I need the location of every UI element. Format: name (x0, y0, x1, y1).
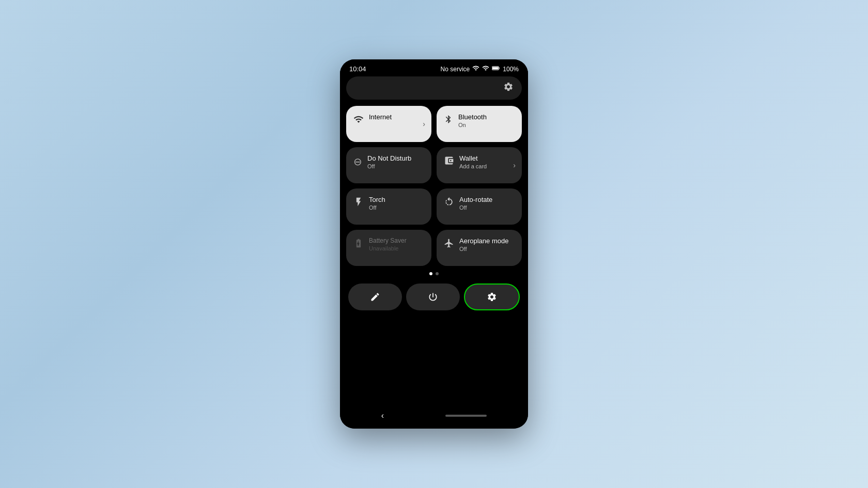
dnd-tile-text: Do Not Disturb Off (367, 154, 411, 169)
page-dot-2[interactable] (436, 272, 439, 275)
tile-battery-saver[interactable]: Battery Saver Unavailable (346, 230, 431, 266)
tile-bluetooth[interactable]: Bluetooth On (437, 106, 522, 142)
battery-saver-tile-text: Battery Saver Unavailable (369, 237, 407, 251)
settings-button[interactable] (464, 284, 520, 310)
wallet-arrow-icon: › (513, 161, 516, 169)
internet-arrow-icon: › (423, 120, 425, 128)
plane-tile-icon (444, 238, 454, 251)
wallet-tile-icon (444, 155, 454, 168)
wallet-tile-text: Wallet Add a card (459, 154, 487, 169)
dnd-subtitle: Off (367, 163, 411, 169)
svg-rect-1 (499, 67, 500, 69)
search-bar[interactable] (346, 76, 522, 100)
page-dots (346, 272, 522, 275)
tile-auto-rotate[interactable]: Auto-rotate Off (437, 188, 522, 225)
phone-frame: 10:04 No service 100% (340, 59, 528, 429)
dnd-tile-icon: ⊖ (353, 155, 362, 168)
torch-subtitle: Off (369, 204, 385, 211)
page-dot-1[interactable] (429, 272, 432, 275)
status-bar: 10:04 No service 100% (340, 59, 528, 76)
settings-gear-icon[interactable] (503, 82, 514, 95)
battery-saver-subtitle: Unavailable (369, 245, 407, 251)
signal-label: No service (441, 66, 470, 73)
internet-title: Internet (369, 113, 392, 121)
nav-bar: ‹ (340, 407, 528, 429)
auto-rotate-tile-text: Auto-rotate Off (459, 196, 492, 211)
wifi-icon (482, 65, 489, 73)
tile-wallet[interactable]: Wallet Add a card › (437, 147, 522, 183)
bluetooth-title: Bluetooth (458, 113, 487, 121)
aeroplane-subtitle: Off (459, 246, 508, 252)
torch-title: Torch (369, 196, 385, 203)
aeroplane-tile-text: Aeroplane mode Off (459, 237, 508, 252)
status-right: No service 100% (441, 65, 519, 73)
tile-aeroplane-mode[interactable]: Aeroplane mode Off (437, 230, 522, 266)
aeroplane-title: Aeroplane mode (459, 237, 508, 245)
power-button[interactable] (406, 284, 460, 310)
tiles-grid: Internet › Bluetooth On ⊖ Do Not Disturb (346, 106, 522, 266)
edit-button[interactable] (348, 284, 402, 310)
tile-do-not-disturb[interactable]: ⊖ Do Not Disturb Off (346, 147, 431, 183)
torch-tile-icon (353, 197, 364, 210)
nav-home-pill[interactable] (445, 415, 487, 417)
signal-icon (472, 65, 479, 73)
nav-back-button[interactable]: ‹ (381, 411, 384, 420)
battery-icon (492, 65, 500, 73)
tile-torch[interactable]: Torch Off (346, 188, 431, 225)
wallet-title: Wallet (459, 154, 487, 162)
bottom-actions (346, 284, 522, 310)
torch-tile-text: Torch Off (369, 196, 385, 211)
auto-rotate-subtitle: Off (459, 204, 492, 211)
dnd-title: Do Not Disturb (367, 154, 411, 162)
rotate-tile-icon (444, 197, 454, 210)
svg-rect-2 (492, 67, 498, 70)
status-time: 10:04 (349, 65, 366, 73)
battery-label: 100% (503, 66, 519, 73)
quick-settings-panel: Internet › Bluetooth On ⊖ Do Not Disturb (340, 76, 528, 407)
bluetooth-tile-text: Bluetooth On (458, 113, 487, 128)
battery-saver-title: Battery Saver (369, 237, 407, 244)
battery-saver-tile-icon (353, 238, 364, 251)
tile-internet[interactable]: Internet › (346, 106, 431, 142)
wifi-tile-icon (353, 114, 364, 127)
wallet-subtitle: Add a card (459, 163, 487, 169)
internet-tile-text: Internet (369, 113, 392, 121)
auto-rotate-title: Auto-rotate (459, 196, 492, 203)
bluetooth-subtitle: On (458, 122, 487, 128)
bluetooth-tile-icon (444, 114, 453, 127)
